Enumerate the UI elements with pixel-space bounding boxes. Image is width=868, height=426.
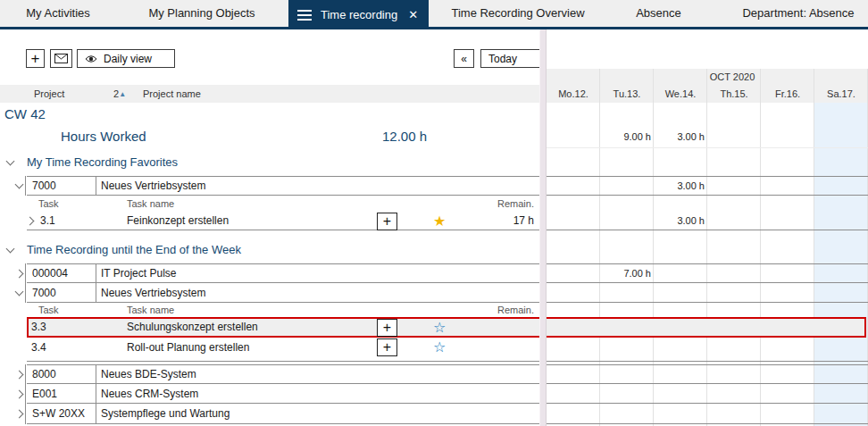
day-cell[interactable]	[707, 176, 761, 196]
day-cell[interactable]: 7.00 h	[600, 263, 654, 283]
project-id-cell[interactable]: S+W 20XX	[25, 404, 96, 424]
tab-absence[interactable]: Absence	[625, 0, 692, 27]
task-name-column-header: Task name	[127, 303, 174, 317]
close-icon[interactable]: ✕	[408, 8, 418, 21]
month-header-row: OCT 2020	[0, 69, 868, 85]
add-button[interactable]: +	[26, 49, 45, 68]
project-row[interactable]: 000004 IT Project Pulse 7.00 h	[0, 263, 868, 283]
day-cell[interactable]: 3.00 h	[654, 176, 707, 196]
hours-worked-label: Hours Worked	[61, 125, 146, 148]
add-time-button[interactable]: +	[377, 319, 397, 337]
day-headers: Mo.12. Tu.13. We.14. Th.15. Fr.16. Sa.17…	[547, 85, 868, 103]
collapse-icon[interactable]	[6, 245, 15, 254]
spacer	[0, 29, 868, 49]
day-header: Th.15.	[707, 85, 761, 103]
task-id: 3.1	[40, 212, 55, 230]
project-id-cell[interactable]: 8000	[25, 364, 96, 384]
day-cell[interactable]	[547, 263, 600, 283]
section-header-favorites: My Time Recording Favorites	[0, 154, 868, 171]
day-cell[interactable]	[654, 263, 707, 283]
view-selector-button[interactable]: Daily view	[77, 49, 175, 68]
day-cell[interactable]	[761, 263, 814, 283]
day-cell[interactable]	[761, 212, 814, 230]
remain-column-header: Remain.	[445, 196, 534, 212]
task-name: Schulungskonzept erstellen	[127, 317, 258, 338]
day-cell[interactable]	[814, 125, 868, 147]
envelope-icon	[54, 54, 68, 63]
tab-my-activities[interactable]: My Activities	[13, 0, 103, 27]
tab-department-absence[interactable]: Department: Absence	[732, 0, 864, 27]
task-id: 3.3	[31, 317, 46, 338]
day-cell[interactable]: 3.00 h	[654, 125, 707, 147]
day-cell[interactable]	[547, 125, 600, 147]
mail-button[interactable]	[50, 49, 72, 68]
previous-week-button[interactable]: «	[454, 49, 474, 68]
expand-icon[interactable]	[26, 217, 35, 226]
project-name-cell[interactable]: Neues BDE-System	[96, 364, 539, 384]
day-cell[interactable]	[761, 176, 814, 196]
project-name-cell[interactable]: Neues Vertriebsystem	[96, 283, 539, 303]
task-row-selected[interactable]: 3.3 Schulungskonzept erstellen + ☆	[0, 317, 868, 338]
collapse-icon[interactable]	[15, 288, 24, 297]
project-id-cell[interactable]: 7000	[25, 283, 96, 303]
collapse-icon[interactable]	[6, 157, 15, 166]
sort-indicator[interactable]: 2▲	[113, 85, 126, 104]
menu-icon[interactable]	[297, 7, 312, 23]
day-cell[interactable]	[707, 125, 761, 147]
tab-time-recording-overview[interactable]: Time Recording Overview	[442, 0, 594, 27]
project-name-column-header[interactable]: Project name	[143, 85, 201, 103]
project-row[interactable]: E001 Neues CRM-System	[0, 384, 868, 404]
today-button[interactable]: Today	[480, 49, 543, 68]
day-cell[interactable]	[814, 176, 868, 196]
day-cell[interactable]	[547, 176, 600, 196]
favorite-star-outline-icon[interactable]: ☆	[433, 317, 446, 338]
day-header: We.14.	[654, 85, 707, 103]
project-row[interactable]: S+W 20XX Systempflege und Wartung	[0, 404, 868, 424]
tab-time-recording[interactable]: Time recording ✕	[288, 0, 429, 29]
collapse-icon[interactable]	[15, 180, 24, 189]
eye-icon	[85, 54, 97, 63]
expand-icon[interactable]	[15, 389, 24, 398]
task-name: Roll-out Planung erstellen	[127, 338, 249, 357]
day-cell[interactable]	[761, 125, 814, 147]
project-row[interactable]: 7000 Neues Vertriebsystem 3.00 h	[0, 176, 868, 196]
project-name-cell[interactable]: Neues Vertriebsystem	[96, 176, 539, 196]
day-cell[interactable]	[600, 212, 654, 230]
expand-icon[interactable]	[15, 410, 24, 419]
day-cell[interactable]	[814, 212, 868, 230]
tab-my-planning-objects[interactable]: My Planning Objects	[134, 0, 270, 27]
pane-splitter[interactable]	[539, 29, 547, 426]
project-name-cell[interactable]: Neues CRM-System	[96, 384, 539, 404]
project-row[interactable]: 8000 Neues BDE-System	[0, 364, 868, 384]
day-header: Mo.12.	[547, 85, 600, 103]
week-row: CW 42	[0, 103, 868, 125]
day-cell[interactable]	[814, 263, 868, 283]
day-cell[interactable]	[547, 212, 600, 230]
main-content: + Daily view « Today OCT 2020 Project 2▲…	[0, 29, 868, 426]
project-name-cell[interactable]: Systempflege und Wartung	[96, 404, 539, 424]
task-header-row: Task Task name Remain.	[0, 303, 868, 317]
expand-icon[interactable]	[15, 370, 24, 379]
day-cell[interactable]	[600, 176, 654, 196]
day-cell[interactable]	[707, 212, 761, 230]
day-cell[interactable]: 9.00 h	[600, 125, 654, 147]
add-time-button[interactable]: +	[377, 213, 397, 230]
task-row[interactable]: 3.1 Feinkonzept erstellen + ★ 17 h 3.00 …	[0, 212, 868, 230]
day-cell[interactable]: 3.00 h	[654, 212, 707, 230]
expand-icon[interactable]	[15, 269, 24, 278]
remain-column-header: Remain.	[445, 303, 534, 317]
add-time-button[interactable]: +	[377, 338, 397, 356]
task-id: 3.4	[31, 338, 46, 357]
project-id-cell[interactable]: 000004	[25, 263, 96, 283]
project-id-cell[interactable]: 7000	[25, 176, 96, 196]
task-name: Feinkonzept erstellen	[127, 212, 229, 230]
project-row[interactable]: 7000 Neues Vertriebsystem	[0, 283, 868, 303]
project-name-cell[interactable]: IT Project Pulse	[96, 263, 539, 283]
project-id-cell[interactable]: E001	[25, 384, 96, 404]
task-row[interactable]: 3.4 Roll-out Planung erstellen + ☆	[0, 338, 868, 357]
favorite-star-outline-icon[interactable]: ☆	[433, 338, 446, 357]
day-cell[interactable]	[707, 263, 761, 283]
tab-time-recording-label: Time recording	[321, 8, 397, 21]
project-column-header[interactable]: Project	[34, 85, 64, 103]
hours-worked-total: 12.00 h	[339, 125, 427, 148]
